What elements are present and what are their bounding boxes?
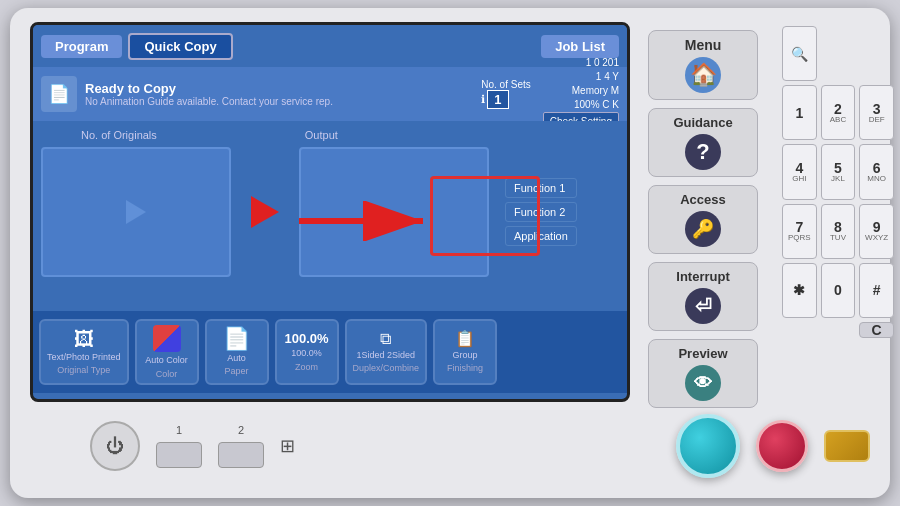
- num-2-btn[interactable]: 2 ABC: [821, 85, 856, 140]
- original-type-label: Text/Photo Printed: [47, 352, 121, 363]
- sets-box-icon: ℹ: [481, 93, 485, 106]
- num-9-btn[interactable]: 9 WXYZ: [859, 204, 894, 259]
- num-7-btn[interactable]: 7 PQRS: [782, 204, 817, 259]
- access-panel-icon: 🔑: [685, 211, 721, 247]
- num-7-label: 7: [795, 220, 803, 234]
- num-3-sub: DEF: [869, 116, 885, 124]
- function2-btn[interactable]: Function 2: [505, 202, 577, 222]
- num-5-label: 5: [834, 161, 842, 175]
- finishing-btn[interactable]: 📋 Group Finishing: [433, 319, 497, 385]
- num-7-sub: PQRS: [788, 234, 811, 242]
- info-line3: Memory M: [543, 84, 619, 98]
- menu-btn[interactable]: Menu 🏠: [648, 30, 758, 100]
- zoom-icon: 100.0%: [285, 332, 329, 345]
- num-2-sub: ABC: [830, 116, 846, 124]
- power-icon: ⏻: [106, 436, 124, 457]
- stop-btn[interactable]: [756, 420, 808, 472]
- menu-icon: 🏠: [685, 57, 721, 93]
- erase-btn[interactable]: [824, 430, 870, 462]
- num-4-label: 4: [795, 161, 803, 175]
- paper-btn[interactable]: 📄 Auto Paper: [205, 319, 269, 385]
- num-star-btn[interactable]: ✱: [782, 263, 817, 318]
- finishing-icon: 📋: [455, 331, 475, 347]
- tab-program[interactable]: Program: [41, 35, 122, 58]
- color-label: Auto Color: [145, 355, 188, 366]
- color-icon: [153, 325, 181, 352]
- interrupt-btn[interactable]: Interrupt ⏎: [648, 262, 758, 331]
- status-subtitle: No Animation Guide available. Contact yo…: [85, 96, 473, 107]
- interrupt-icon: ⏎: [685, 288, 721, 324]
- status-text: Ready to Copy No Animation Guide availab…: [85, 81, 473, 107]
- copy-area: No. of Originals Output Function 1 Funct…: [33, 121, 627, 311]
- screen-topbar: Program Quick Copy Job List: [33, 25, 627, 67]
- tab-joblist[interactable]: Job List: [541, 35, 619, 58]
- color-sublabel: Color: [156, 369, 178, 379]
- search-btn[interactable]: 🔍: [782, 26, 817, 81]
- function1-btn[interactable]: Function 1: [505, 178, 577, 198]
- grid-icon: ⊞: [280, 436, 295, 456]
- function-btns-area: Function 1 Function 2 Application: [505, 178, 577, 246]
- copy-boxes: Function 1 Function 2 Application: [41, 147, 619, 277]
- originals-label: No. of Originals: [81, 129, 157, 141]
- paper-icon: 📄: [223, 328, 250, 350]
- preview-icon: 👁: [685, 365, 721, 401]
- clear-btn[interactable]: C: [859, 322, 894, 338]
- menu-label: Menu: [685, 37, 722, 53]
- num-6-btn[interactable]: 6 MNO: [859, 144, 894, 199]
- application-btn[interactable]: Application: [505, 226, 577, 246]
- color-btn[interactable]: Auto Color Color: [135, 319, 199, 385]
- power-btn[interactable]: ⏻: [90, 421, 140, 471]
- num-3-label: 3: [873, 102, 881, 116]
- bottom-controls: ⏻ 1 2 ⊞: [90, 406, 870, 486]
- num-5-sub: JKL: [831, 175, 845, 183]
- duplex-btn[interactable]: ⧉ 1Sided 2Sided Duplex/Combine: [345, 319, 428, 385]
- num-6-sub: MNO: [867, 175, 886, 183]
- guidance-label: Guidance: [673, 115, 732, 130]
- hard-key-group1: 1: [156, 424, 202, 468]
- access-panel-btn[interactable]: Access 🔑: [648, 185, 758, 254]
- original-type-icon: 🖼: [74, 329, 94, 349]
- grid-key[interactable]: ⊞: [280, 435, 295, 457]
- start-btn[interactable]: [676, 414, 740, 478]
- num-hash-btn[interactable]: #: [859, 263, 894, 318]
- preview-btn[interactable]: Preview 👁: [648, 339, 758, 408]
- finishing-sublabel: Finishing: [447, 363, 483, 373]
- status-bar: 📄 Ready to Copy No Animation Guide avail…: [33, 67, 627, 121]
- num-2-label: 2: [834, 102, 842, 116]
- original-type-btn[interactable]: 🖼 Text/Photo Printed Original Type: [39, 319, 129, 385]
- originals-box: [41, 147, 231, 277]
- zoom-sublabel: Zoom: [295, 362, 318, 372]
- num-4-btn[interactable]: 4 GHI: [782, 144, 817, 199]
- zoom-btn[interactable]: 100.0% 100.0% Zoom: [275, 319, 339, 385]
- hard-key-2[interactable]: [218, 442, 264, 468]
- hard-key-1[interactable]: [156, 442, 202, 468]
- key1-label: 1: [176, 424, 182, 436]
- output-label: Output: [305, 129, 338, 141]
- num-star-label: ✱: [793, 283, 805, 297]
- access-panel-label: Access: [680, 192, 726, 207]
- info-line2: 1 4 Y: [543, 70, 619, 84]
- duplex-icon: ⧉: [380, 331, 391, 347]
- num-1-btn[interactable]: 1: [782, 85, 817, 140]
- num-6-label: 6: [873, 161, 881, 175]
- numpad-container: 🔍 1 2 ABC 3 DEF 4 GHI 5 JKL 6 MNO 7 PQRS: [778, 22, 898, 342]
- hard-key-group2: 2: [218, 424, 264, 468]
- num-3-btn[interactable]: 3 DEF: [859, 85, 894, 140]
- status-icon: 📄: [41, 76, 77, 112]
- copy-labels: No. of Originals Output: [41, 129, 619, 141]
- device-body: Program Quick Copy Job List 📄 Ready to C…: [10, 8, 890, 498]
- zoom-label: 100.0%: [291, 348, 322, 359]
- info-line1: 1 0 201: [543, 56, 619, 70]
- tab-quickcopy[interactable]: Quick Copy: [128, 33, 232, 60]
- num-5-btn[interactable]: 5 JKL: [821, 144, 856, 199]
- num-8-label: 8: [834, 220, 842, 234]
- num-1-label: 1: [795, 106, 803, 120]
- screen-content: Program Quick Copy Job List 📄 Ready to C…: [33, 25, 627, 399]
- num-8-sub: TUV: [830, 234, 846, 242]
- preview-label: Preview: [678, 346, 727, 361]
- num-8-btn[interactable]: 8 TUV: [821, 204, 856, 259]
- sets-count: ℹ 1: [481, 90, 508, 109]
- num-0-btn[interactable]: 0: [821, 263, 856, 318]
- guidance-btn[interactable]: Guidance ?: [648, 108, 758, 177]
- key2-label: 2: [238, 424, 244, 436]
